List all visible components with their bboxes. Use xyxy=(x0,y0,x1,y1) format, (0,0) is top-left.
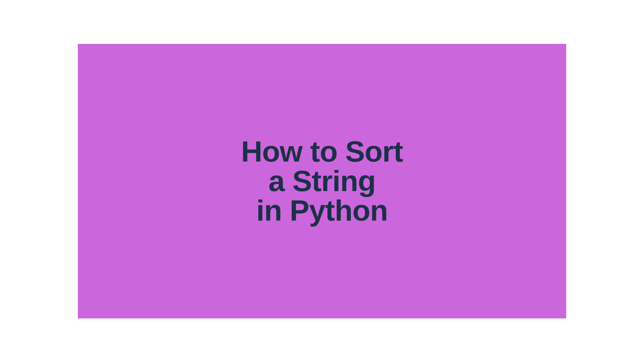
title-line-3: in Python xyxy=(241,196,403,225)
page-title: How to Sort a String in Python xyxy=(241,137,403,225)
title-line-2: a String xyxy=(241,166,403,196)
title-card: How to Sort a String in Python xyxy=(78,44,566,318)
title-line-1: How to Sort xyxy=(241,137,403,166)
